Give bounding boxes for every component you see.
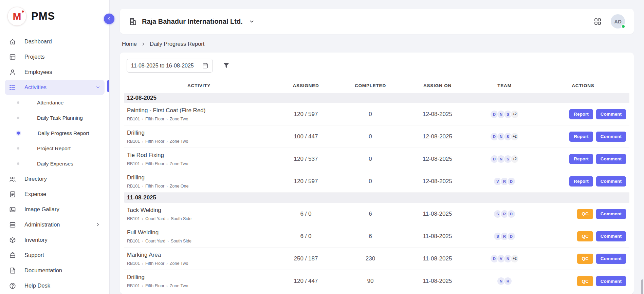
team-member-badge[interactable]: D	[507, 210, 516, 218]
online-status-dot	[621, 24, 625, 28]
comment-button[interactable]: Comment	[596, 132, 626, 142]
expense-icon	[9, 191, 16, 198]
team-member-badge[interactable]: D	[507, 177, 516, 186]
comment-button[interactable]: Comment	[596, 254, 626, 264]
sidebar-subitem-daily-expenses[interactable]: Daily Expenses	[5, 156, 105, 171]
comment-button[interactable]: Comment	[596, 209, 626, 219]
team-member-badge[interactable]: R	[503, 277, 512, 286]
topbar-actions: AD	[593, 14, 625, 28]
report-button[interactable]: Report	[569, 132, 593, 142]
home-icon	[9, 38, 16, 45]
qc-button[interactable]: QC	[577, 231, 593, 241]
qc-button[interactable]: QC	[577, 254, 593, 264]
filter-icon[interactable]	[222, 62, 230, 70]
app-window: M PMS DashboardProjectsEmployeesActiviti…	[0, 0, 644, 294]
activity-title: Drilling	[127, 174, 272, 181]
team-overflow-badge[interactable]: +2	[510, 132, 519, 141]
report-button[interactable]: Report	[569, 109, 593, 119]
row-actions: QCComment	[537, 231, 629, 241]
bullet-icon	[17, 162, 19, 165]
chevron-right-icon: ›	[166, 284, 168, 288]
assign-on-date: 12-08-2025	[403, 133, 472, 140]
sidebar-item-projects[interactable]: Projects	[5, 49, 105, 64]
sidebar-item-dashboard[interactable]: Dashboard	[5, 34, 105, 49]
sidebar-collapse-button[interactable]	[104, 14, 114, 24]
activity-location-path: RB101›Fifth Floor›Zone Two	[127, 139, 272, 144]
assign-on-date: 12-08-2025	[403, 156, 472, 162]
team-avatars: NR	[472, 277, 537, 286]
documentation-icon	[9, 267, 16, 274]
sidebar-item-support[interactable]: Support	[5, 248, 105, 263]
column-header-team: TEAM	[472, 83, 537, 88]
table-row: Tie Rod FixingRB101›Fifth Floor›Zone Two…	[124, 148, 629, 170]
team-member-badge[interactable]: D	[507, 232, 516, 241]
sidebar-item-administration[interactable]: Administration	[5, 217, 105, 232]
sidebar-item-label: Image Gallary	[24, 206, 59, 213]
sidebar-item-inventory[interactable]: Inventory	[5, 232, 105, 248]
team-overflow-badge[interactable]: +2	[510, 254, 519, 263]
row-actions: ReportComment	[537, 154, 629, 164]
comment-button[interactable]: Comment	[596, 154, 626, 164]
helpdesk-icon	[9, 282, 16, 290]
row-actions: QCComment	[537, 254, 629, 264]
row-actions: ReportComment	[537, 132, 629, 142]
sidebar-item-employees[interactable]: Employees	[5, 64, 105, 80]
completed-value: 230	[338, 255, 403, 262]
sidebar-item-image-gallary[interactable]: Image Gallary	[5, 202, 105, 217]
avatar-initials: AD	[614, 19, 622, 24]
breadcrumb-home[interactable]: Home	[122, 41, 137, 47]
sidebar-item-label: Support	[24, 252, 44, 258]
assigned-value: 120 / 597	[274, 111, 338, 118]
completed-value: 0	[338, 133, 403, 140]
chevron-right-icon: ›	[166, 162, 168, 166]
report-button[interactable]: Report	[569, 154, 593, 164]
qc-button[interactable]: QC	[577, 276, 593, 286]
sidebar-item-expense[interactable]: Expense	[5, 187, 105, 202]
team-overflow-badge[interactable]: +2	[510, 155, 519, 163]
team-avatars: DNS+2	[472, 155, 537, 163]
gallery-icon	[9, 206, 16, 213]
team-overflow-badge[interactable]: +2	[510, 110, 519, 119]
chevron-down-icon	[95, 85, 100, 90]
apps-grid-icon[interactable]	[593, 17, 602, 26]
sidebar-subitem-label: Daily Task Planning	[37, 115, 83, 121]
chevron-right-icon: ›	[166, 184, 168, 188]
report-button[interactable]: Report	[569, 176, 593, 187]
team-avatars: SRD	[472, 210, 537, 218]
assign-on-date: 11-08-2025	[403, 255, 472, 262]
qc-button[interactable]: QC	[577, 209, 593, 219]
team-avatars: DNS+2	[472, 110, 537, 119]
assign-on-date: 11-08-2025	[403, 233, 472, 240]
column-header-assigned: ASSIGNED	[274, 83, 338, 88]
sidebar-subitem-daily-task-planning[interactable]: Daily Task Planning	[5, 110, 105, 125]
sidebar-item-documentation[interactable]: Documentation	[5, 263, 105, 278]
column-header-completed: COMPLETED	[338, 83, 403, 88]
assign-on-date: 12-08-2025	[403, 111, 472, 118]
sidebar-subitem-attendance[interactable]: Attendance	[5, 95, 105, 110]
date-range-input[interactable]: 11-08-2025 to 16-08-2025	[127, 59, 213, 73]
filter-row: 11-08-2025 to 16-08-2025	[120, 53, 634, 78]
user-avatar[interactable]: AD	[611, 14, 625, 28]
sidebar-item-directory[interactable]: Directory	[5, 171, 105, 187]
activity-title: Marking Area	[127, 252, 272, 258]
activity-title: Tie Rod Fixing	[127, 152, 272, 159]
sidebar: M PMS DashboardProjectsEmployeesActiviti…	[0, 0, 110, 294]
chevron-right-icon: ›	[142, 261, 143, 266]
page-scrollbar[interactable]	[641, 279, 643, 294]
sidebar-subitem-project-report[interactable]: Project Report	[5, 141, 105, 156]
comment-button[interactable]: Comment	[596, 276, 626, 286]
table-row: Full WeldingRB101›Court Yard›South Side6…	[124, 225, 629, 248]
sidebar-subitem-daily-progress-report[interactable]: Daily Progress Report	[5, 125, 105, 141]
app-logo[interactable]: M PMS	[5, 5, 105, 34]
company-selector[interactable]: Raja Bahadur International Ltd.	[129, 17, 255, 26]
comment-button[interactable]: Comment	[596, 231, 626, 241]
sidebar-item-help-desk[interactable]: Help Desk	[5, 278, 105, 293]
comment-button[interactable]: Comment	[596, 109, 626, 119]
sidebar-item-activities[interactable]: Activities	[5, 80, 105, 95]
column-header-activity: ACTIVITY	[124, 83, 274, 88]
sidebar-nav: DashboardProjectsEmployeesActivitiesAtte…	[5, 34, 105, 293]
activity-title: Tack Welding	[127, 207, 272, 214]
building-icon	[129, 17, 137, 26]
row-actions: ReportComment	[537, 176, 629, 187]
comment-button[interactable]: Comment	[596, 176, 626, 187]
